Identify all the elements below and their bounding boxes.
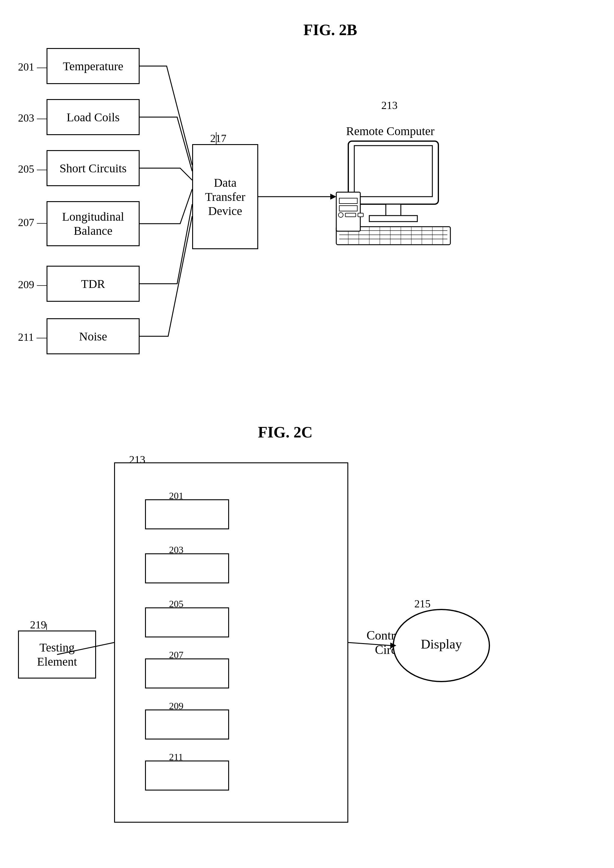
svg-point-23	[338, 212, 343, 217]
svg-rect-5	[369, 215, 417, 222]
svg-rect-4	[386, 204, 401, 216]
tdr-box: TDR	[47, 266, 140, 302]
tdr-label: TDR	[81, 277, 105, 291]
display-svg: Display	[390, 606, 492, 685]
inner-box-2	[145, 553, 229, 583]
controller-circuit-box: ControllerCircuit 201 203 205 207 209 21…	[114, 462, 348, 823]
remote-computer: Remote Computer	[300, 120, 481, 264]
svg-rect-25	[358, 213, 363, 217]
fig2c-title: FIG. 2C	[225, 423, 345, 441]
ref-203: 203 —	[18, 112, 48, 124]
longitudinal-balance-label: Longitudinal Balance	[47, 209, 139, 238]
temperature-box: Temperature	[47, 48, 140, 84]
ref-211: 211 —	[18, 331, 47, 344]
testing-element-label: TestingElement	[37, 640, 77, 669]
fig2c-diagram: FIG. 2C TestingElement 219 ControllerCir…	[0, 414, 614, 859]
temperature-label: Temperature	[63, 59, 123, 73]
testing-element-box: TestingElement	[18, 631, 96, 679]
ref-213-c: 213	[129, 453, 145, 466]
ref-209: 209 —	[18, 278, 48, 291]
short-circuits-label: Short Circuits	[59, 161, 126, 175]
ref-201: 201 —	[18, 60, 48, 73]
svg-rect-21	[339, 198, 357, 203]
fig2b-diagram: FIG. 2B 201 — 203 — 205 — 207 — 209 — 21…	[0, 12, 614, 402]
svg-rect-3	[354, 146, 433, 197]
ref-217: 217	[210, 132, 226, 145]
ref-207: 207 —	[18, 216, 48, 229]
computer-svg: Remote Computer	[300, 120, 481, 264]
noise-box: Noise	[47, 318, 140, 354]
inner-box-3	[145, 608, 229, 637]
noise-label: Noise	[79, 329, 107, 344]
inner-box-5	[145, 710, 229, 739]
ref-219: 219	[30, 618, 46, 631]
data-transfer-box: Data Transfer Device	[192, 144, 258, 249]
data-transfer-label: Data Transfer Device	[205, 145, 245, 248]
inner-box-1	[145, 499, 229, 529]
load-coils-box: Load Coils	[47, 99, 140, 135]
ref-205: 205 —	[18, 163, 48, 175]
short-circuits-box: Short Circuits	[47, 150, 140, 186]
fig2b-title: FIG. 2B	[270, 21, 390, 39]
svg-text:Display: Display	[421, 637, 462, 651]
ref-213: 213	[381, 99, 397, 112]
inner-box-6	[145, 761, 229, 790]
longitudinal-balance-box: Longitudinal Balance	[47, 201, 140, 246]
load-coils-label: Load Coils	[67, 110, 120, 124]
inner-box-4	[145, 659, 229, 688]
svg-text:Remote Computer: Remote Computer	[346, 124, 434, 138]
display-container: Display	[390, 606, 492, 685]
svg-rect-24	[345, 213, 356, 217]
svg-rect-22	[339, 206, 357, 211]
